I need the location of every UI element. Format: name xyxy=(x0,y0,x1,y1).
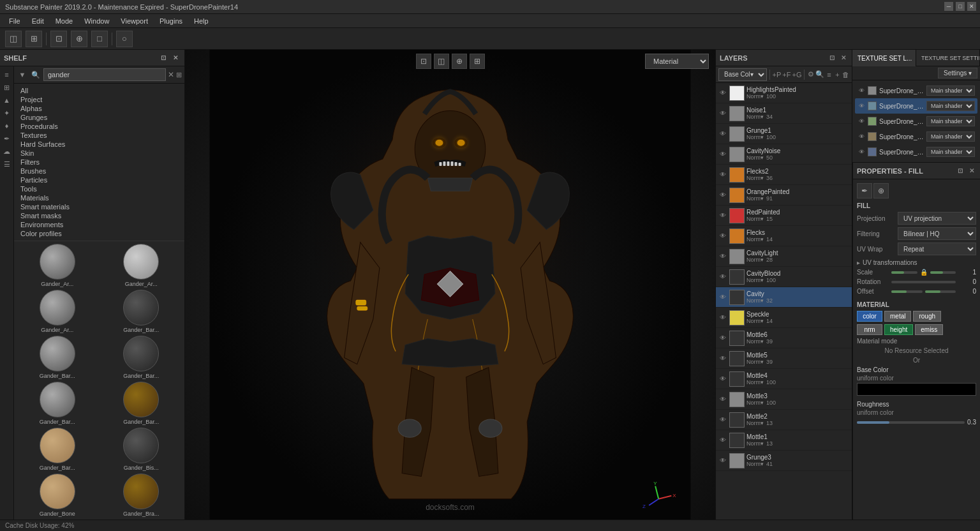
menu-item-edit[interactable]: Edit xyxy=(27,16,49,26)
shelf-cat-environments[interactable]: Environments xyxy=(18,220,181,229)
add-fill-layer[interactable]: +F xyxy=(782,68,791,81)
layer-item-1[interactable]: 👁Noise1Norm▾34 xyxy=(716,103,852,124)
layer-vis-12[interactable]: 👁 xyxy=(718,334,727,343)
maximize-button[interactable]: □ xyxy=(956,2,965,11)
ts-shader-3[interactable]: Main shader xyxy=(926,131,975,142)
shelf-item-11[interactable]: Gander_Bra... xyxy=(101,474,182,517)
layers-delete[interactable]: 🗑 xyxy=(842,68,849,81)
menu-item-mode[interactable]: Mode xyxy=(50,16,78,26)
ts-item-3[interactable]: 👁SuperDrone_LegsMain shader xyxy=(855,129,977,144)
mat-nrm-button[interactable]: nrm xyxy=(857,324,882,335)
scale-lock-icon[interactable]: 🔒 xyxy=(920,269,928,276)
shelf-search-input[interactable] xyxy=(43,68,166,81)
nav-icon-3[interactable]: ▲ xyxy=(1,94,13,106)
layer-vis-3[interactable]: 👁 xyxy=(718,150,727,159)
scale-slider-track2[interactable] xyxy=(930,271,956,274)
nav-icon-6[interactable]: ✒ xyxy=(1,133,13,144)
layer-item-14[interactable]: 👁Mottle4Norm▾100 xyxy=(716,369,852,389)
add-group[interactable]: +G xyxy=(792,68,801,81)
layer-vis-4[interactable]: 👁 xyxy=(718,170,727,179)
shelf-filter-button[interactable]: ▼ xyxy=(17,69,28,80)
shelf-cat-filters[interactable]: Filters xyxy=(18,158,181,167)
fill-icon-fill[interactable]: ⊕ xyxy=(873,183,889,198)
layer-vis-9[interactable]: 👁 xyxy=(718,273,727,281)
shelf-cat-project[interactable]: Project xyxy=(18,95,181,104)
menu-item-help[interactable]: Help xyxy=(189,16,214,26)
layer-vis-6[interactable]: 👁 xyxy=(718,211,727,220)
layer-item-11[interactable]: 👁SpeckleNorm▾14 xyxy=(716,308,852,328)
layer-item-5[interactable]: 👁OrangePaintedNorm▾91 xyxy=(716,185,852,206)
shelf-float-button[interactable]: ⊡ xyxy=(158,53,168,63)
toolbar-frame[interactable]: ⊡ xyxy=(50,31,67,47)
layer-vis-14[interactable]: 👁 xyxy=(718,375,727,384)
nav-icon-7[interactable]: ☁ xyxy=(1,146,13,157)
scale-slider-track[interactable] xyxy=(891,271,917,274)
layer-vis-13[interactable]: 👁 xyxy=(718,354,727,363)
fill-icon-paint[interactable]: ✒ xyxy=(857,183,872,198)
rotation-slider[interactable] xyxy=(891,281,956,283)
ts-shader-1[interactable]: Main shader xyxy=(926,101,975,111)
shelf-cat-color-profiles[interactable]: Color profiles xyxy=(18,229,181,238)
layer-item-0[interactable]: 👁HighlightsPaintedNorm▾100 xyxy=(716,83,852,103)
nav-icon-2[interactable]: ⊞ xyxy=(1,82,13,93)
add-paint-layer[interactable]: +P xyxy=(773,68,782,81)
texture-set-list-tab[interactable]: TEXTURE SET L... xyxy=(852,50,916,66)
layer-item-3[interactable]: 👁CavityNoiseNorm▾50 xyxy=(716,144,852,165)
shelf-item-10[interactable]: Gander_Bone xyxy=(17,474,98,517)
layers-settings[interactable]: ⚙ xyxy=(807,68,814,81)
shelf-item-8[interactable]: Gander_Bar... xyxy=(17,428,98,471)
close-button[interactable]: ✕ xyxy=(967,2,976,11)
mat-color-button[interactable]: color xyxy=(857,311,882,322)
shelf-cat-procedurals[interactable]: Procedurals xyxy=(18,122,181,131)
layers-add[interactable]: + xyxy=(834,68,841,81)
base-color-swatch[interactable] xyxy=(857,383,976,396)
shelf-item-0[interactable]: Gander_Ar... xyxy=(17,244,98,287)
layer-item-17[interactable]: 👁Mottle1Norm▾13 xyxy=(716,430,852,451)
shelf-cat-grunges[interactable]: Grunges xyxy=(18,113,181,122)
ts-item-0[interactable]: 👁SuperDrone_ArmourMain shader xyxy=(855,83,977,98)
shelf-cat-brushes[interactable]: Brushes xyxy=(18,167,181,176)
toolbar-circle[interactable]: ○ xyxy=(116,31,133,47)
layer-item-4[interactable]: 👁Flecks2Norm▾36 xyxy=(716,165,852,185)
settings-button[interactable]: Settings ▾ xyxy=(938,68,977,79)
ts-vis-2[interactable]: 👁 xyxy=(858,117,865,125)
shelf-grid-toggle[interactable]: ⊞ xyxy=(176,71,182,79)
layer-vis-10[interactable]: 👁 xyxy=(718,293,727,302)
shelf-cat-alphas[interactable]: Alphas xyxy=(18,104,181,113)
shelf-close-button[interactable]: ✕ xyxy=(170,53,181,63)
roughness-slider[interactable] xyxy=(857,421,965,424)
ts-vis-1[interactable]: 👁 xyxy=(858,102,865,110)
ts-shader-0[interactable]: Main shader xyxy=(926,86,975,96)
layer-vis-11[interactable]: 👁 xyxy=(718,313,727,322)
offset-slider-y[interactable] xyxy=(925,290,956,293)
ts-item-1[interactable]: 👁SuperDrone_BodyMain shader xyxy=(855,98,977,114)
shelf-item-9[interactable]: Gander_Bis... xyxy=(101,428,182,471)
layers-close-button[interactable]: ✕ xyxy=(839,54,848,63)
mat-emiss-button[interactable]: emiss xyxy=(915,324,943,335)
texture-set-settings-tab[interactable]: TEXTURE SET SETTIN... xyxy=(916,50,980,66)
layer-item-16[interactable]: 👁Mottle2Norm▾13 xyxy=(716,410,852,430)
menu-item-plugins[interactable]: Plugins xyxy=(154,16,188,26)
mat-height-button[interactable]: height xyxy=(884,324,913,335)
shelf-cat-textures[interactable]: Textures xyxy=(18,131,181,140)
ts-vis-4[interactable]: 👁 xyxy=(858,148,865,156)
ts-item-4[interactable]: 👁SuperDrone_PipesMain shader xyxy=(855,144,977,160)
props-expand-button[interactable]: ⊡ xyxy=(956,167,965,176)
viewport-icon-cam3[interactable]: ⊕ xyxy=(452,54,467,69)
nav-icon-8[interactable]: ☰ xyxy=(1,158,13,170)
toolbar-grid-view[interactable]: ◫ xyxy=(5,31,22,47)
shelf-item-5[interactable]: Gander_Bar... xyxy=(101,336,182,379)
mat-metal-button[interactable]: metal xyxy=(884,311,911,322)
shelf-item-3[interactable]: Gander_Bar... xyxy=(101,290,182,333)
layer-vis-7[interactable]: 👁 xyxy=(718,232,727,241)
menu-item-viewport[interactable]: Viewport xyxy=(115,16,153,26)
viewport-icon-cam1[interactable]: ⊡ xyxy=(416,54,431,69)
viewport-icon-cam4[interactable]: ⊞ xyxy=(470,54,485,69)
layer-item-7[interactable]: 👁FlecksNorm▾14 xyxy=(716,226,852,246)
shelf-search-clear[interactable]: ✕ xyxy=(168,70,174,79)
ts-item-2[interactable]: 👁SuperDrone_HeadMain shader xyxy=(855,114,977,129)
shelf-cat-smart-masks[interactable]: Smart masks xyxy=(18,211,181,220)
mat-rough-button[interactable]: rough xyxy=(913,311,941,322)
toolbar-square[interactable]: □ xyxy=(91,31,108,47)
layer-vis-17[interactable]: 👁 xyxy=(718,436,727,445)
